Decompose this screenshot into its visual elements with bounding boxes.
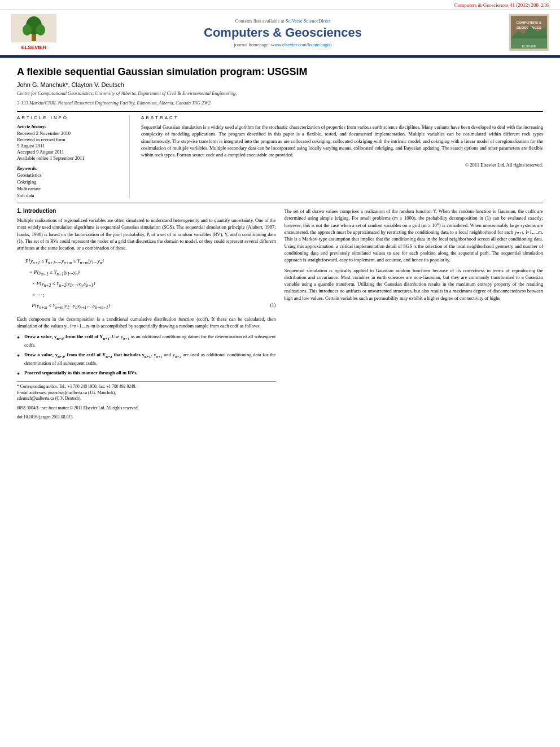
revised-date: 9 August 2011 xyxy=(17,143,121,148)
body-divider xyxy=(17,203,543,203)
svg-point-4 xyxy=(36,24,45,36)
eq-row-5: P{yn+m ≤ Yn+m|y1...ynyn+1,...,yn+m−1} (1… xyxy=(25,301,276,311)
section1-para1: Multiple realizations of regionalized va… xyxy=(17,217,276,252)
accepted-date: Accepted 9 August 2011 xyxy=(17,149,121,155)
article-info-column: ARTICLE INFO Article history: Received 2… xyxy=(17,115,130,198)
keywords-title: Keywords: xyxy=(17,165,121,171)
svg-text:COMPUTERS &: COMPUTERS & xyxy=(517,21,542,24)
eq-line1: P{yn+1 ≤ Yn+1,...,yn+m ≤ Yn+m|y1...yn} xyxy=(25,256,104,267)
eq-row-2: = P{yn+1 ≤ Yn+1|y1...yn} xyxy=(25,268,276,278)
citation-bar: Computers & Geosciences 41 (2012) 208–21… xyxy=(0,0,560,10)
abstract-header: ABSTRACT xyxy=(141,115,543,120)
header-divider xyxy=(0,56,560,58)
homepage-url[interactable]: www.elsevier.com/locate/cageo xyxy=(271,42,332,47)
homepage-line: journal homepage: www.elsevier.com/locat… xyxy=(62,42,504,47)
article-affiliation-line2: 3-133 Markin/CNRL Natural Resources Engi… xyxy=(17,100,543,106)
info-abstract-section: ARTICLE INFO Article history: Received 2… xyxy=(17,115,543,198)
article-body: 1. Introduction Multiple realizations of… xyxy=(17,208,543,421)
article-title: A flexible sequential Gaussian simulatio… xyxy=(17,66,543,78)
abstract-column: ABSTRACT Sequential Gaussian simulation … xyxy=(141,115,543,198)
elsevier-logo: ELSEVIER xyxy=(11,14,56,51)
bullet-text-1: Draw a value, yn+1, from the ccdf of Yn+… xyxy=(24,333,276,348)
footnote-section: * Corresponding author. Tel.: +1 780 248… xyxy=(17,381,276,421)
article-affiliation-line1: Centre for Computational Geostatistics, … xyxy=(17,90,543,96)
article-authors: John G. Manchuk*, Clayton V. Deutsch xyxy=(17,81,543,88)
eq-row-3: × P{yn+2 ≤ Yn+2|y1,...,yn,yn+1} xyxy=(25,279,276,289)
bullet-text-3: Proceed sequentially in this manner thro… xyxy=(24,369,138,377)
bullet-item-2: ● Draw a value, yn+2, from the ccdf of Y… xyxy=(17,351,276,366)
eq-line2: = P{yn+1 ≤ Yn+1|y1...yn} xyxy=(25,268,80,278)
issn-line: 0098-3004/$ - see front matter © 2011 El… xyxy=(17,405,276,412)
section1-para2: Each component in the decomposition is a… xyxy=(17,316,276,330)
journal-header: ELSEVIER Contents lists available at Sci… xyxy=(0,10,560,56)
body-left-column: 1. Introduction Multiple realizations of… xyxy=(17,208,276,421)
sciverse-link[interactable]: SciVerse ScienceDirect xyxy=(286,18,331,24)
journal-center-info: Contents lists available at SciVerse Sci… xyxy=(62,18,504,47)
eq-line3: × P{yn+2 ≤ Yn+2|y1,...,yn,yn+1} xyxy=(25,279,95,289)
footnote-corresponding: * Corresponding author. Tel.: +1 780 248… xyxy=(17,384,276,390)
keyword-geostatistics: Geostatistics xyxy=(17,172,121,178)
bullet-dot-2: ● xyxy=(17,352,21,366)
contents-line: Contents lists available at SciVerse Sci… xyxy=(62,18,504,24)
footnote-email1: E-mail addresses: jmanchuk@ualberta.ca (… xyxy=(17,390,276,396)
svg-text:ELSEVIER: ELSEVIER xyxy=(21,45,47,50)
revised-label: Received in revised form xyxy=(17,137,121,142)
svg-text:ELSEVIER: ELSEVIER xyxy=(522,45,536,48)
footnote-email2: cdeutsch@ualberta.ca (C.V. Deutsch). xyxy=(17,396,276,402)
section1-title: 1. Introduction xyxy=(17,208,276,214)
history-title: Article history: xyxy=(17,124,121,129)
article-content: A flexible sequential Gaussian simulatio… xyxy=(0,63,560,426)
bullet-item-3: ● Proceed sequentially in this manner th… xyxy=(17,369,276,377)
copyright-line: © 2011 Elsevier Ltd. All rights reserved… xyxy=(141,162,543,168)
eq-row-4: × ⋯ ; xyxy=(25,290,276,299)
bullet-item-1: ● Draw a value, yn+1, from the ccdf of Y… xyxy=(17,333,276,348)
eq-line4: × ⋯ ; xyxy=(25,290,45,299)
equation-block: P{yn+1 ≤ Yn+1,...,yn+m ≤ Yn+m|y1...yn} =… xyxy=(25,256,276,311)
eq-number: (1) xyxy=(270,301,276,309)
section1-right-para1: The set of all drawn values comprises a … xyxy=(285,208,544,264)
eq-row-1: P{yn+1 ≤ Yn+1,...,yn+m ≤ Yn+m|y1...yn} xyxy=(25,256,276,267)
keyword-cokriging: Cokriging xyxy=(17,179,121,185)
abstract-text: Sequential Gaussian simulation is a wide… xyxy=(141,124,543,159)
doi-line: doi:10.1016/j.cageo.2011.08.013 xyxy=(17,414,276,421)
body-right-column: The set of all drawn values comprises a … xyxy=(285,208,544,421)
bullet-text-2: Draw a value, yn+2, from the ccdf of Yn+… xyxy=(24,351,276,366)
bullet-dot-3: ● xyxy=(17,370,21,377)
citation-text: Computers & Geosciences 41 (2012) 208–21… xyxy=(454,2,549,8)
computers-geosciences-logo: COMPUTERS & GEOSCIENCES ELSEVIER xyxy=(509,14,549,51)
info-divider-top xyxy=(17,111,543,112)
svg-point-3 xyxy=(23,24,32,36)
article-info-header: ARTICLE INFO xyxy=(17,115,121,120)
keyword-softdata: Soft data xyxy=(17,193,121,198)
eq-line5: P{yn+m ≤ Yn+m|y1...ynyn+1,...,yn+m−1} xyxy=(25,301,270,311)
bullet-dot-1: ● xyxy=(17,334,21,348)
section1-right-para2: Sequential simulation is typically appli… xyxy=(285,267,544,302)
keyword-multivariate: Multivariate xyxy=(17,186,121,191)
available-date: Available online 1 September 2011 xyxy=(17,155,121,161)
received-date: Received 2 November 2010 xyxy=(17,130,121,136)
journal-name: Computers & Geosciences xyxy=(62,25,504,40)
